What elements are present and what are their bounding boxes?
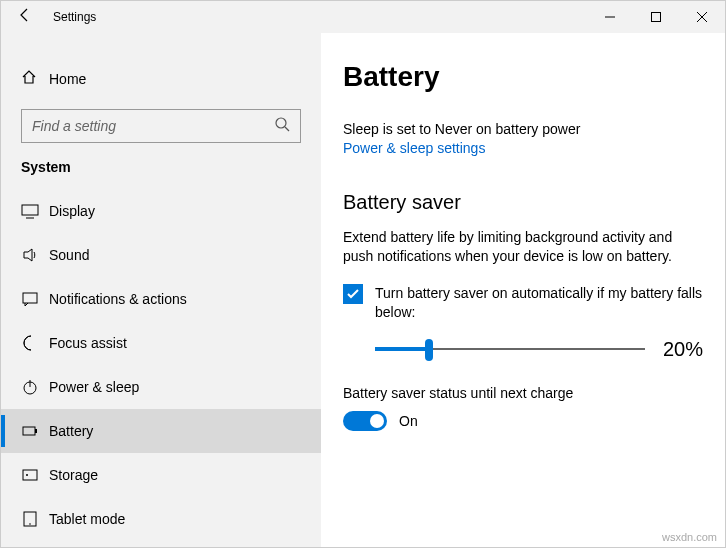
sound-icon <box>21 246 49 264</box>
section-label: System <box>1 159 321 189</box>
svg-rect-13 <box>23 470 37 480</box>
sidebar-item-label: Battery <box>49 423 93 439</box>
sidebar-item-notifications[interactable]: Notifications & actions <box>1 277 321 321</box>
maximize-button[interactable] <box>633 1 679 33</box>
storage-icon <box>21 466 49 484</box>
svg-rect-8 <box>23 293 37 303</box>
watermark: wsxdn.com <box>662 531 717 543</box>
svg-rect-11 <box>23 427 35 435</box>
sidebar-item-label: Storage <box>49 467 98 483</box>
search-icon <box>274 116 290 136</box>
toggle-state: On <box>399 413 418 429</box>
svg-rect-12 <box>35 429 37 433</box>
minimize-button[interactable] <box>587 1 633 33</box>
sidebar-item-battery[interactable]: Battery <box>1 409 321 453</box>
search-input[interactable] <box>32 118 274 134</box>
threshold-slider[interactable] <box>375 339 645 359</box>
home-icon <box>21 69 49 89</box>
sidebar-item-power[interactable]: Power & sleep <box>1 365 321 409</box>
window-title: Settings <box>49 10 96 24</box>
home-label: Home <box>49 71 86 87</box>
back-button[interactable] <box>1 7 49 27</box>
saver-description: Extend battery life by limiting backgrou… <box>343 228 703 266</box>
home-nav[interactable]: Home <box>1 57 321 101</box>
svg-rect-1 <box>652 13 661 22</box>
sidebar-item-label: Notifications & actions <box>49 291 187 307</box>
sidebar: Home System Display Sound Notifications … <box>1 33 321 547</box>
sidebar-item-tablet[interactable]: Tablet mode <box>1 497 321 541</box>
search-box[interactable] <box>21 109 301 143</box>
power-sleep-link[interactable]: Power & sleep settings <box>343 140 485 156</box>
focus-icon <box>21 334 49 352</box>
sidebar-item-sound[interactable]: Sound <box>1 233 321 277</box>
sidebar-item-label: Power & sleep <box>49 379 139 395</box>
sidebar-item-storage[interactable]: Storage <box>1 453 321 497</box>
sidebar-item-label: Sound <box>49 247 89 263</box>
page-title: Battery <box>343 61 703 93</box>
svg-point-14 <box>26 474 28 476</box>
toggle-knob <box>370 414 384 428</box>
saver-toggle[interactable] <box>343 411 387 431</box>
sidebar-item-label: Display <box>49 203 95 219</box>
until-next-label: Battery saver status until next charge <box>343 385 703 401</box>
content-area: Battery Sleep is set to Never on battery… <box>321 33 725 547</box>
svg-point-16 <box>29 523 31 525</box>
svg-point-4 <box>276 118 286 128</box>
svg-rect-6 <box>22 205 38 215</box>
sidebar-item-display[interactable]: Display <box>1 189 321 233</box>
auto-saver-label: Turn battery saver on automatically if m… <box>375 284 703 322</box>
auto-saver-checkbox[interactable] <box>343 284 363 304</box>
power-icon <box>21 378 49 396</box>
sidebar-item-label: Focus assist <box>49 335 127 351</box>
close-button[interactable] <box>679 1 725 33</box>
notifications-icon <box>21 290 49 308</box>
tablet-icon <box>21 510 49 528</box>
sleep-status: Sleep is set to Never on battery power <box>343 121 703 137</box>
saver-heading: Battery saver <box>343 191 703 214</box>
slider-fill <box>375 347 429 351</box>
display-icon <box>21 202 49 220</box>
svg-line-5 <box>285 127 289 131</box>
sidebar-item-label: Tablet mode <box>49 511 125 527</box>
slider-value: 20% <box>663 338 703 361</box>
slider-thumb[interactable] <box>425 339 433 361</box>
battery-icon <box>21 422 49 440</box>
sidebar-item-focus[interactable]: Focus assist <box>1 321 321 365</box>
